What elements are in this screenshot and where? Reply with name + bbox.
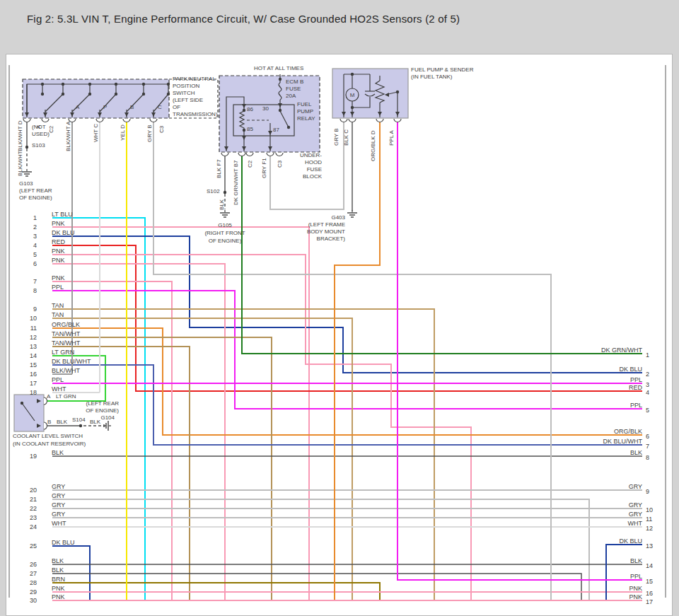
right-row-number-4: 4 bbox=[646, 389, 649, 396]
wire-row13-tan-wht bbox=[52, 347, 190, 600]
park-neutral-label-4: (LEFT SIDE bbox=[173, 97, 203, 103]
left-row-label-4: RED bbox=[52, 238, 65, 245]
left-row-label-24: WHT bbox=[52, 520, 66, 527]
right-row-label-14: BLK bbox=[570, 557, 642, 564]
right-row-label-5: PPL bbox=[570, 402, 642, 409]
junction-dot-4 bbox=[88, 83, 91, 86]
splice-s102-label: S102 bbox=[207, 188, 220, 194]
wire-row21-gry bbox=[52, 499, 589, 600]
left-row-number-24: 24 bbox=[14, 523, 37, 530]
left-row-label-17: PPL bbox=[52, 376, 64, 383]
left-row-label-19: BLK bbox=[52, 449, 64, 456]
right-row-number-1: 1 bbox=[646, 351, 649, 359]
left-row-label-30: PNK bbox=[52, 593, 65, 600]
coolant-pin-b-color: BLK bbox=[57, 419, 67, 425]
coolant-pin-a: A bbox=[47, 393, 50, 400]
right-row-label-9: GRY bbox=[570, 483, 642, 490]
park-contact-a: A bbox=[76, 104, 79, 110]
connector-bump-14 bbox=[394, 119, 401, 122]
right-row-label-13: DK BLU bbox=[570, 537, 642, 545]
fuse-pin-f7: BLK F7 bbox=[216, 159, 222, 178]
wire-row3-dk-blu bbox=[52, 236, 642, 373]
not-used-2: USED) bbox=[32, 131, 50, 137]
splice-s104-label: S104 bbox=[72, 417, 86, 423]
left-row-label-3: DK BLU bbox=[52, 229, 75, 236]
g104-label: G104 bbox=[100, 414, 115, 421]
g103-loc-2: OF ENGINE) bbox=[19, 194, 52, 201]
park-pin-label-b: GRY B bbox=[146, 124, 153, 142]
coolant-switch-label-1: COOLANT LEVEL SWITCH bbox=[13, 433, 83, 439]
g403-loc-1: (LEFT FRAME bbox=[308, 221, 345, 228]
left-row-number-1: 1 bbox=[14, 214, 37, 221]
left-row-label-1: LT BLU bbox=[52, 211, 73, 218]
left-row-number-29: 29 bbox=[14, 588, 37, 595]
junction-dot-14 bbox=[279, 78, 282, 81]
junction-dot-10 bbox=[167, 83, 170, 86]
fuel-pump-relay-label-3: RELAY bbox=[297, 115, 315, 122]
left-row-label-14: LT GRN bbox=[52, 349, 74, 356]
wire-relay-dk-grn-wht bbox=[242, 153, 642, 354]
connector-bump-1 bbox=[42, 119, 49, 122]
junction-dot-1 bbox=[41, 93, 44, 95]
connector-bump-9 bbox=[267, 153, 274, 156]
park-pin-label-c: WHT C bbox=[93, 124, 99, 142]
coolant-pin-b: B bbox=[47, 419, 51, 425]
right-row-number-2: 2 bbox=[646, 371, 649, 378]
fuse-block-label-4: BLOCK bbox=[303, 173, 322, 180]
junction-dot-6 bbox=[115, 83, 117, 86]
wire-row9-tan bbox=[52, 309, 434, 600]
left-row-number-8: 8 bbox=[14, 287, 37, 294]
right-row-label-1: DK GRN/WHT bbox=[570, 347, 642, 354]
left-row-number-13: 13 bbox=[14, 343, 37, 350]
g105-label: G105 bbox=[218, 222, 232, 228]
left-row-number-12: 12 bbox=[14, 334, 37, 341]
right-row-label-2: DK BLU bbox=[570, 366, 642, 373]
left-row-number-19: 19 bbox=[14, 453, 37, 460]
park-conn-c3: C3 bbox=[158, 126, 165, 133]
right-row-number-16: 16 bbox=[646, 590, 653, 597]
junction-dot-13 bbox=[243, 129, 245, 132]
right-row-label-3: PPL bbox=[570, 376, 642, 383]
left-row-number-22: 22 bbox=[14, 505, 37, 512]
junction-dot-18 bbox=[351, 106, 354, 109]
right-row-number-17: 17 bbox=[646, 598, 653, 605]
g103-label: G103 bbox=[19, 180, 33, 187]
park-neutral-label-5: OF bbox=[173, 104, 180, 110]
coolant-blk-2: BLK bbox=[90, 419, 100, 425]
ecm-b-fuse-label-2: FUSE bbox=[286, 86, 301, 92]
left-row-number-25: 25 bbox=[14, 542, 37, 550]
right-row-label-15: PPL bbox=[570, 573, 642, 580]
connector-bump-10 bbox=[276, 153, 283, 156]
junction-dot-19 bbox=[396, 91, 399, 93]
right-row-number-12: 12 bbox=[646, 525, 653, 532]
junction-dot-0 bbox=[41, 83, 44, 86]
left-row-number-11: 11 bbox=[14, 325, 37, 332]
relay-pin-30: 30 bbox=[262, 105, 269, 112]
wire-row15-dk-blu-wht bbox=[52, 365, 642, 445]
left-row-number-20: 20 bbox=[14, 487, 37, 494]
left-row-label-13: TAN/WHT bbox=[52, 339, 80, 347]
left-row-label-8: PPL bbox=[52, 284, 64, 291]
junction-dot-3 bbox=[62, 93, 64, 95]
wire-row5-pnk bbox=[52, 255, 471, 600]
fuse-pin-b7: DK GRN/WHT B7 bbox=[233, 161, 239, 205]
right-row-number-9: 9 bbox=[646, 488, 649, 495]
fuel-pump-relay-label-2: PUMP bbox=[297, 108, 313, 115]
park-neutral-label-3: SWITCH bbox=[173, 90, 195, 96]
left-row-number-14: 14 bbox=[14, 352, 37, 359]
park-neutral-label-1: PARK/NEUTRAL bbox=[173, 76, 216, 82]
junction-dot-5 bbox=[88, 93, 91, 95]
left-row-number-9: 9 bbox=[14, 306, 37, 313]
g403-loc-2: BODY MOUNT bbox=[307, 228, 345, 235]
connector-bump-13 bbox=[376, 119, 383, 122]
connector-bump-3 bbox=[96, 119, 103, 122]
hot-at-all-times-label: HOT AT ALL TIMES bbox=[254, 65, 303, 71]
left-row-number-3: 3 bbox=[14, 233, 37, 240]
right-row-number-13: 13 bbox=[646, 542, 653, 550]
park-conn-c2: C2 bbox=[48, 126, 54, 133]
park-pin-label-d: BLK/WHT D bbox=[17, 121, 23, 151]
fuel-pump-sender-label-1: FUEL PUMP & SENDER bbox=[411, 66, 473, 73]
connector-bump-4 bbox=[123, 119, 130, 122]
right-row-label-17: PNK bbox=[570, 593, 642, 600]
right-row-number-3: 3 bbox=[646, 381, 649, 388]
